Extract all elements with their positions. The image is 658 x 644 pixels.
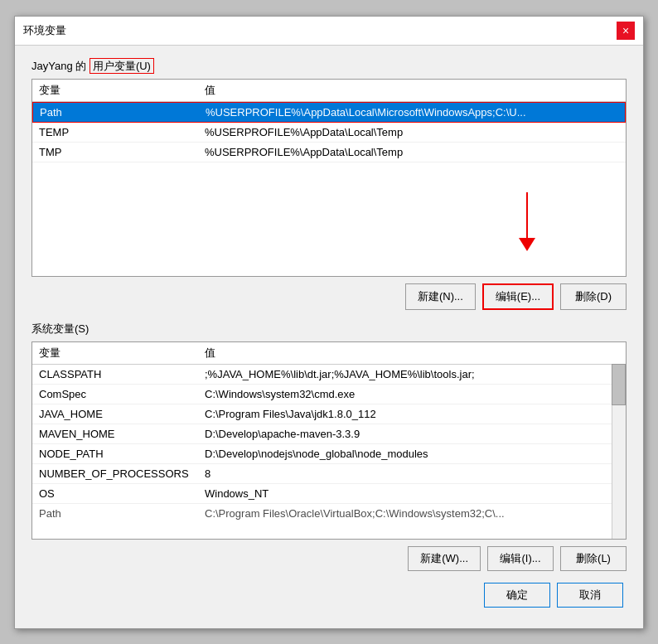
table-row[interactable]: Path C:\Program Files\Oracle\VirtualBox;… [32, 504, 612, 523]
table-row[interactable]: TMP %USERPROFILE%\AppData\Local\Temp [32, 143, 626, 162]
user-edit-button[interactable]: 编辑(E)... [482, 283, 554, 310]
sys-row-3-val: D:\Develop\apache-maven-3.3.9 [201, 426, 608, 442]
sys-table-body: CLASSPATH ;%JAVA_HOME%\lib\dt.jar;%JAVA_… [32, 365, 626, 539]
table-row[interactable]: TEMP %USERPROFILE%\AppData\Local\Temp [32, 123, 626, 143]
user-buttons-row: 新建(N)... 编辑(E)... 删除(D) [31, 283, 627, 310]
close-button[interactable]: × [617, 22, 635, 40]
sys-row-7-var: Path [36, 506, 201, 521]
user-row-2-var: TMP [36, 144, 201, 160]
sys-row-2-val: C:\Program Files\Java\jdk1.8.0_112 [201, 406, 608, 422]
table-row[interactable]: OS Windows_NT [32, 484, 612, 504]
user-row-1-var: TEMP [36, 124, 201, 140]
scrollbar-thumb[interactable] [612, 364, 626, 405]
sys-label: 系统变量(S) [31, 322, 89, 335]
sys-row-5-val: 8 [201, 466, 608, 482]
user-col-var-header: 变量 [36, 81, 201, 99]
sys-row-4-val: D:\Develop\nodejs\node_global\node_modul… [201, 446, 608, 462]
ok-button[interactable]: 确定 [484, 583, 550, 608]
title-bar: 环境变量 × [15, 17, 643, 46]
table-row[interactable]: CLASSPATH ;%JAVA_HOME%\lib\dt.jar;%JAVA_… [32, 365, 612, 385]
user-table-body: Path %USERPROFILE%\AppData\Local\Microso… [32, 102, 626, 276]
table-row[interactable]: Path %USERPROFILE%\AppData\Local\Microso… [32, 102, 626, 123]
user-label-prefix: JayYang 的 [31, 60, 86, 72]
user-row-1-val: %USERPROFILE%\AppData\Local\Temp [201, 124, 622, 140]
user-delete-button[interactable]: 删除(D) [560, 283, 627, 310]
arrow-annotation [519, 192, 535, 251]
cancel-button[interactable]: 取消 [557, 583, 623, 608]
user-row-0-val: %USERPROFILE%\AppData\Local\Microsoft\Wi… [202, 104, 622, 120]
user-col-val-header: 值 [201, 81, 622, 99]
table-row[interactable]: ComSpec C:\Windows\system32\cmd.exe [32, 385, 612, 404]
user-label-boxed: 用户变量(U) [90, 58, 154, 74]
sys-row-1-val: C:\Windows\system32\cmd.exe [201, 386, 608, 402]
sys-row-6-var: OS [36, 486, 201, 501]
sys-col-val-header: 值 [201, 344, 622, 362]
sys-table-header: 变量 值 [32, 342, 626, 365]
sys-row-7-val: C:\Program Files\Oracle\VirtualBox;C:\Wi… [201, 506, 608, 521]
sys-row-2-var: JAVA_HOME [36, 406, 201, 422]
user-table-header: 变量 值 [32, 80, 626, 102]
sys-variables-table: 变量 值 CLASSPATH ;%JAVA_HOME%\lib\dt.jar;%… [31, 341, 627, 540]
table-row[interactable]: NUMBER_OF_PROCESSORS 8 [32, 464, 612, 484]
sys-row-5-var: NUMBER_OF_PROCESSORS [36, 466, 201, 482]
scrollbar-track[interactable] [612, 364, 626, 539]
arrow-head [519, 238, 535, 251]
sys-row-6-val: Windows_NT [201, 486, 608, 501]
user-variables-table: 变量 值 Path %USERPROFILE%\AppData\Local\Mi… [31, 79, 627, 277]
table-row[interactable]: JAVA_HOME C:\Program Files\Java\jdk1.8.0… [32, 404, 612, 424]
sys-section-label: 系统变量(S) [31, 322, 627, 337]
sys-edit-button[interactable]: 编辑(I)... [487, 546, 554, 571]
user-section-label: JayYang 的 用户变量(U) [31, 59, 627, 74]
bottom-buttons-row: 确定 取消 [31, 583, 627, 608]
sys-row-4-var: NODE_PATH [36, 446, 201, 462]
user-row-2-val: %USERPROFILE%\AppData\Local\Temp [201, 144, 622, 160]
sys-row-1-var: ComSpec [36, 386, 201, 402]
sys-row-0-var: CLASSPATH [36, 366, 201, 382]
sys-row-3-var: MAVEN_HOME [36, 426, 201, 442]
sys-row-0-val: ;%JAVA_HOME%\lib\dt.jar;%JAVA_HOME%\lib\… [201, 366, 608, 382]
user-new-button[interactable]: 新建(N)... [405, 283, 476, 310]
arrow-line [526, 192, 528, 238]
sys-delete-button[interactable]: 删除(L) [560, 546, 627, 571]
dialog-title: 环境变量 [23, 23, 66, 38]
environment-variables-dialog: 环境变量 × JayYang 的 用户变量(U) 变量 值 Path %USER… [14, 16, 644, 629]
sys-col-var-header: 变量 [36, 344, 201, 362]
table-row[interactable]: NODE_PATH D:\Develop\nodejs\node_global\… [32, 444, 612, 464]
user-row-0-var: Path [36, 104, 202, 120]
dialog-content: JayYang 的 用户变量(U) 变量 值 Path %USERPROFILE… [15, 46, 643, 621]
sys-new-button[interactable]: 新建(W)... [408, 546, 481, 571]
table-row[interactable]: MAVEN_HOME D:\Develop\apache-maven-3.3.9 [32, 424, 612, 444]
sys-buttons-row: 新建(W)... 编辑(I)... 删除(L) [31, 546, 627, 571]
